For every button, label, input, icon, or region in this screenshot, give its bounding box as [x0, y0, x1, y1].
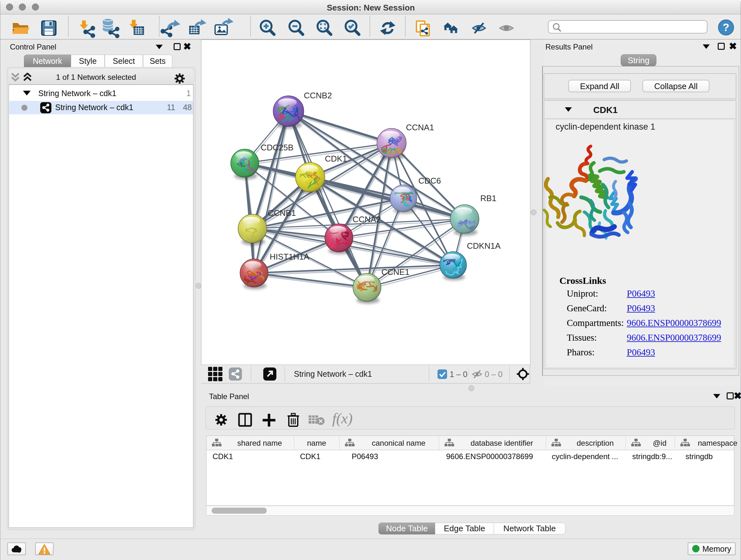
svg-text:CDC6: CDC6	[418, 176, 441, 186]
svg-text:HIST1H1A: HIST1H1A	[270, 252, 310, 261]
svg-text:CCNE1: CCNE1	[381, 267, 409, 277]
svg-text:?: ?	[723, 21, 730, 33]
svg-text:CCNB2: CCNB2	[304, 91, 332, 100]
svg-text:CCNA2: CCNA2	[353, 214, 381, 224]
svg-text:CCNA1: CCNA1	[406, 123, 434, 132]
svg-text:CDK1: CDK1	[325, 154, 347, 164]
svg-text:CDC25B: CDC25B	[261, 143, 293, 152]
svg-text:CCNB1: CCNB1	[268, 208, 296, 218]
svg-text:RB1: RB1	[480, 193, 496, 203]
svg-text:CDKN1A: CDKN1A	[467, 241, 501, 251]
